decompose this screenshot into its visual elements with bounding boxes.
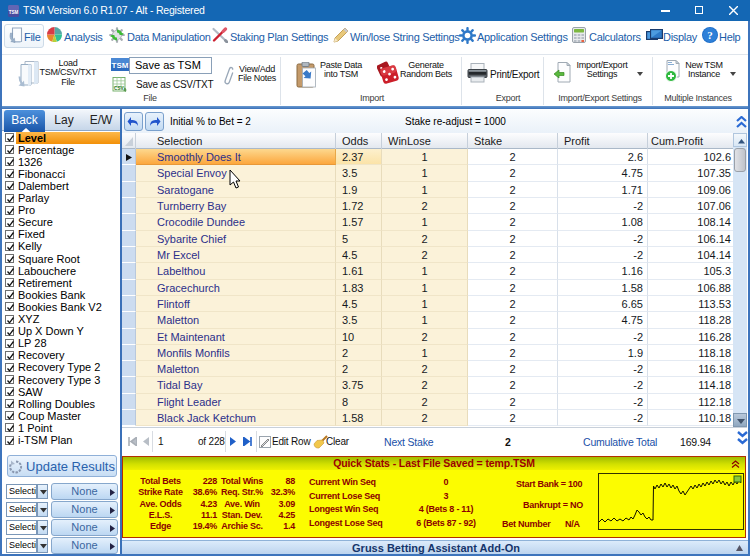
svg-text:TSM: TSM: [9, 10, 19, 15]
svg-text:?: ?: [707, 29, 713, 41]
svg-text:CSV: CSV: [114, 86, 124, 91]
svg-text:TSM: TSM: [112, 61, 129, 70]
